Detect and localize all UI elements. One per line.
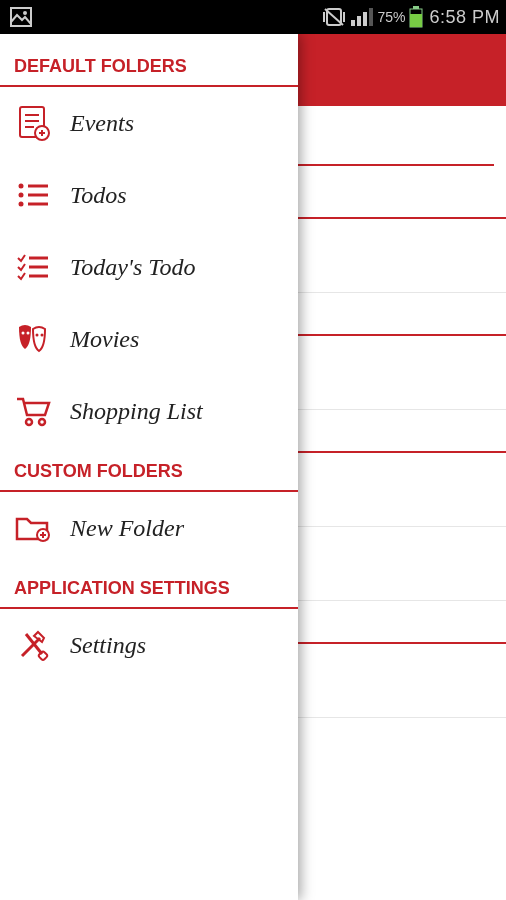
svg-rect-9	[369, 8, 373, 26]
vibrate-icon	[321, 6, 347, 28]
folder-add-icon	[14, 510, 52, 546]
sidebar-item-shopping[interactable]: Shopping List	[0, 375, 298, 447]
sidebar-item-label: Today's Todo	[70, 254, 195, 281]
sidebar-item-label: New Folder	[70, 515, 184, 542]
sidebar: DEFAULT FOLDERS Events Todos Today's Tod…	[0, 34, 298, 900]
sidebar-item-todos[interactable]: Todos	[0, 159, 298, 231]
sidebar-item-label: Settings	[70, 632, 146, 659]
sidebar-item-movies[interactable]: Movies	[0, 303, 298, 375]
status-bar: 75% 6:58 PM	[0, 0, 506, 34]
svg-rect-12	[410, 14, 422, 27]
checklist-icon	[14, 249, 52, 285]
tools-icon	[14, 627, 52, 663]
gallery-icon	[10, 7, 32, 27]
svg-point-1	[23, 11, 27, 15]
sidebar-item-label: Events	[70, 110, 134, 137]
svg-point-58	[36, 334, 39, 337]
battery-percent: 75%	[377, 9, 405, 25]
svg-point-61	[39, 419, 45, 425]
svg-point-47	[19, 184, 24, 189]
sidebar-section-settings: APPLICATION SETTINGS	[0, 564, 298, 609]
sidebar-item-new-folder[interactable]: New Folder	[0, 492, 298, 564]
events-icon	[14, 105, 52, 141]
battery-icon	[409, 6, 423, 28]
svg-point-51	[19, 202, 24, 207]
svg-point-49	[19, 193, 24, 198]
list-icon	[14, 177, 52, 213]
svg-rect-7	[357, 16, 361, 26]
sidebar-item-label: Todos	[70, 182, 126, 209]
sidebar-section-default: DEFAULT FOLDERS	[0, 42, 298, 87]
sidebar-item-label: Shopping List	[70, 398, 203, 425]
svg-point-59	[41, 334, 44, 337]
clock: 6:58 PM	[429, 7, 500, 28]
sidebar-item-todays-todo[interactable]: Today's Todo	[0, 231, 298, 303]
sidebar-item-label: Movies	[70, 326, 139, 353]
signal-icon	[351, 8, 373, 26]
movies-icon	[14, 321, 52, 357]
sidebar-item-events[interactable]: Events	[0, 87, 298, 159]
svg-rect-6	[351, 20, 355, 26]
svg-point-56	[22, 332, 25, 335]
cart-icon	[14, 393, 52, 429]
sidebar-section-custom: CUSTOM FOLDERS	[0, 447, 298, 492]
svg-rect-8	[363, 12, 367, 26]
sidebar-item-settings[interactable]: Settings	[0, 609, 298, 681]
svg-point-57	[27, 332, 30, 335]
svg-point-60	[26, 419, 32, 425]
